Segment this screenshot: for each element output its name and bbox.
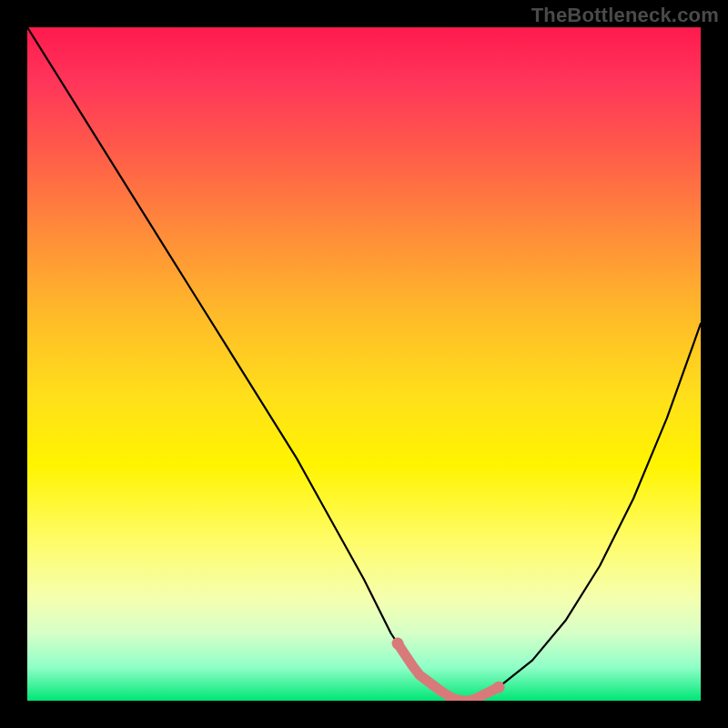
chart-frame: TheBottleneck.com bbox=[0, 0, 728, 728]
chart-svg bbox=[27, 27, 701, 701]
highlight-cap-left bbox=[392, 638, 404, 650]
highlight-segment bbox=[398, 643, 499, 701]
plot-area bbox=[27, 27, 701, 701]
highlight-cap-right bbox=[493, 682, 505, 693]
watermark-text: TheBottleneck.com bbox=[531, 4, 719, 27]
series-curve bbox=[27, 27, 701, 701]
chart-series-group bbox=[27, 27, 701, 701]
